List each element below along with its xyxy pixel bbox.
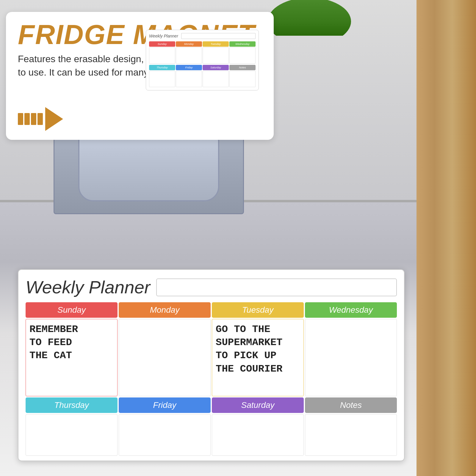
planner-header: Weekly Planner: [26, 277, 397, 298]
plant: [268, 0, 351, 36]
mini-content-top: [149, 47, 256, 64]
mini-cell-thu: [149, 71, 175, 87]
main-planner: Weekly Planner Sunday Monday Tuesday Wed…: [18, 269, 405, 461]
cell-tuesday[interactable]: GO TO THESUPERMARKETTO PICK UPTHE COURIE…: [212, 319, 304, 396]
day-label-monday: Monday: [150, 305, 180, 315]
wood-panel: [416, 0, 476, 476]
mini-day-tuesday: Tuesday: [203, 41, 229, 47]
days-grid-bottom: Thursday Friday Saturday Notes: [26, 397, 397, 413]
mini-title-input: [181, 33, 256, 39]
mini-day-monday: Monday: [176, 41, 202, 47]
arrow-container: [18, 107, 63, 131]
mini-planner-header: Weekly Planner: [149, 33, 256, 39]
day-label-saturday: Saturday: [241, 400, 274, 410]
cell-text-sunday: REMEMBERTO FEEDTHE CAT: [29, 323, 114, 362]
mini-cell-sun: [149, 47, 175, 64]
day-label-tuesday: Tuesday: [242, 305, 273, 315]
day-label-thursday: Thursday: [54, 400, 89, 410]
arrow-line-1: [18, 113, 23, 125]
mini-cell-fri: [176, 71, 202, 87]
cell-monday[interactable]: [119, 319, 211, 396]
mini-day-thursday: Thursday: [149, 65, 175, 70]
mini-content-bottom: [149, 71, 256, 87]
day-header-monday: Monday: [119, 302, 211, 318]
main-planner-title: Weekly Planner: [26, 277, 150, 298]
main-planner-input[interactable]: [156, 278, 397, 296]
day-header-notes: Notes: [305, 397, 397, 413]
arrow-lines: [18, 113, 43, 125]
mini-days-bottom: Thursday Friday Saturday Notes: [149, 65, 256, 70]
day-label-friday: Friday: [153, 400, 176, 410]
day-header-sunday: Sunday: [26, 302, 118, 318]
arrow-line-3: [31, 113, 36, 125]
cell-text-tuesday: GO TO THESUPERMARKETTO PICK UPTHE COURIE…: [216, 323, 300, 375]
mini-planner-title: Weekly Planner: [149, 34, 178, 38]
day-header-friday: Friday: [119, 397, 211, 413]
cell-saturday[interactable]: [212, 414, 304, 456]
mini-day-notes: Notes: [229, 65, 256, 70]
cell-notes[interactable]: [305, 414, 397, 456]
mini-cell-notes: [229, 71, 256, 87]
arrow-line-4: [37, 113, 43, 125]
days-grid-top: Sunday Monday Tuesday Wednesday: [26, 302, 397, 318]
info-box: FRIDGE MAGNET Features the erasable desi…: [6, 12, 274, 140]
mini-days-top: Sunday Monday Tuesday Wednesday: [149, 41, 256, 47]
mini-cell-mon: [176, 47, 202, 64]
day-header-saturday: Saturday: [212, 397, 304, 413]
mini-day-friday: Friday: [176, 65, 202, 70]
mini-day-wednesday: Wednesday: [229, 41, 256, 47]
day-header-tuesday: Tuesday: [212, 302, 304, 318]
day-header-wednesday: Wednesday: [305, 302, 397, 318]
arrow-line-2: [24, 113, 30, 125]
arrow-head: [45, 107, 63, 131]
day-label-wednesday: Wednesday: [329, 305, 373, 315]
day-label-sunday: Sunday: [57, 305, 86, 315]
mini-cell-tue: [203, 47, 229, 64]
cell-wednesday[interactable]: [305, 319, 397, 396]
day-header-thursday: Thursday: [26, 397, 118, 413]
mini-cell-sat: [203, 71, 229, 87]
cell-friday[interactable]: [119, 414, 211, 456]
mini-cell-wed: [229, 47, 256, 64]
day-label-notes: Notes: [340, 400, 362, 410]
mini-day-saturday: Saturday: [203, 65, 229, 70]
cell-sunday[interactable]: REMEMBERTO FEEDTHE CAT: [26, 319, 118, 396]
cell-thursday[interactable]: [26, 414, 118, 456]
day-content-bottom: [26, 414, 397, 461]
mini-day-sunday: Sunday: [149, 41, 175, 47]
day-content-top: REMEMBERTO FEEDTHE CAT GO TO THESUPERMAR…: [26, 319, 397, 396]
mini-planner: Weekly Planner Sunday Monday Tuesday Wed…: [146, 30, 259, 90]
